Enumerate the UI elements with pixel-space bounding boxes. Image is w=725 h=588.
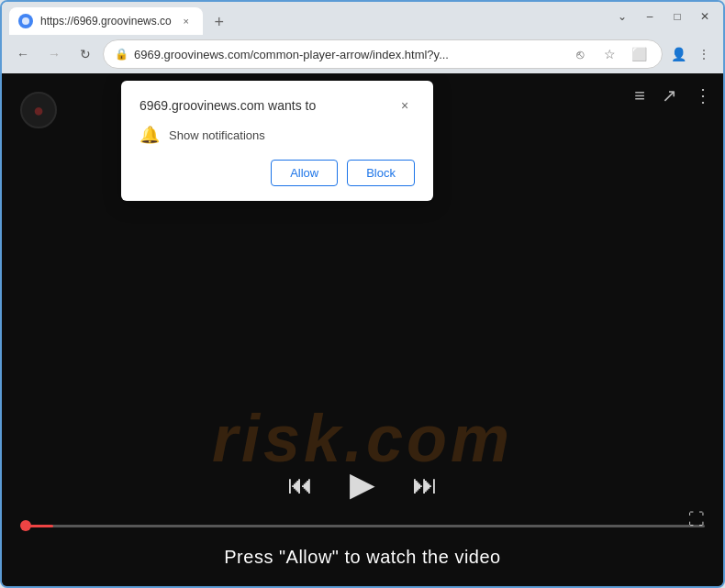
prev-button[interactable]: ⏮	[287, 470, 313, 500]
address-bar[interactable]: 🔒 6969.groovinews.com/common-player-arro…	[103, 39, 663, 69]
popup-header: 6969.groovinews.com wants to ×	[139, 95, 415, 116]
progress-dot	[20, 520, 31, 531]
popup-notification-row: 🔔 Show notifications	[139, 125, 415, 145]
playlist-icon[interactable]: ≡	[634, 85, 645, 106]
tab-favicon	[18, 14, 33, 28]
popup-close-button[interactable]: ×	[395, 95, 415, 116]
popup-buttons: Allow Block	[139, 160, 415, 186]
share-video-icon[interactable]: ↗	[662, 84, 677, 106]
nav-bar: ← → ↻ 🔒 6969.groovinews.com/common-playe…	[2, 35, 723, 73]
new-tab-button[interactable]: +	[206, 9, 232, 35]
content-area: ● ≡ ↗ ⋮ risk.com ⏮ ▶ ⏭	[2, 73, 723, 586]
fullscreen-button[interactable]: ⛶	[688, 510, 705, 529]
svg-point-0	[22, 17, 29, 25]
progress-track	[26, 525, 705, 527]
logo-icon: ●	[20, 92, 57, 128]
player-top-icons: ≡ ↗ ⋮	[634, 84, 712, 106]
minimize-button[interactable]: –	[637, 4, 663, 29]
window-chevron-down-button[interactable]: ⌄	[609, 4, 635, 29]
lock-icon: 🔒	[115, 48, 128, 61]
forward-button[interactable]: →	[40, 40, 68, 68]
play-controls: ⏮ ▶ ⏭	[287, 465, 438, 504]
browser-window: https://6969.groovinews.co × + ⌄ – □ ✕ ←…	[0, 0, 725, 588]
address-path: /common-player-arrow/index.html?y...	[250, 48, 449, 61]
popup-title: 6969.groovinews.com wants to	[139, 98, 316, 113]
bell-icon: 🔔	[139, 125, 160, 145]
title-bar: https://6969.groovinews.co × + ⌄ – □ ✕	[2, 2, 723, 35]
video-menu-icon[interactable]: ⋮	[694, 84, 712, 106]
address-icons: ⎋ ☆ ⬜	[568, 42, 651, 66]
close-button[interactable]: ✕	[692, 4, 718, 29]
progress-bar-area[interactable]	[20, 520, 705, 531]
split-view-button[interactable]: ⬜	[627, 42, 651, 66]
notification-popup: 6969.groovinews.com wants to × 🔔 Show no…	[121, 81, 433, 201]
tab-close-button[interactable]: ×	[179, 14, 194, 28]
allow-button[interactable]: Allow	[271, 160, 338, 186]
tab-title: https://6969.groovinews.co	[40, 15, 172, 28]
popup-description: Show notifications	[169, 128, 265, 142]
press-allow-text: Press "Allow" to watch the video	[2, 547, 723, 568]
logo-watermark: ●	[20, 92, 57, 128]
bookmark-button[interactable]: ☆	[597, 42, 621, 66]
back-button[interactable]: ←	[9, 40, 37, 68]
reload-button[interactable]: ↻	[72, 40, 99, 68]
next-button[interactable]: ⏭	[412, 470, 438, 500]
browser-menu-button[interactable]: ⋮	[692, 42, 716, 66]
share-page-button[interactable]: ⎋	[568, 42, 592, 66]
nav-right: 👤 ⋮	[666, 42, 716, 66]
play-button[interactable]: ▶	[350, 465, 375, 504]
active-tab[interactable]: https://6969.groovinews.co ×	[9, 7, 203, 35]
profile-button[interactable]: 👤	[666, 42, 690, 66]
maximize-button[interactable]: □	[664, 4, 690, 29]
block-button[interactable]: Block	[347, 160, 415, 186]
address-domain: 6969.groovinews.com	[134, 48, 250, 61]
address-text: 6969.groovinews.com/common-player-arrow/…	[134, 48, 563, 61]
